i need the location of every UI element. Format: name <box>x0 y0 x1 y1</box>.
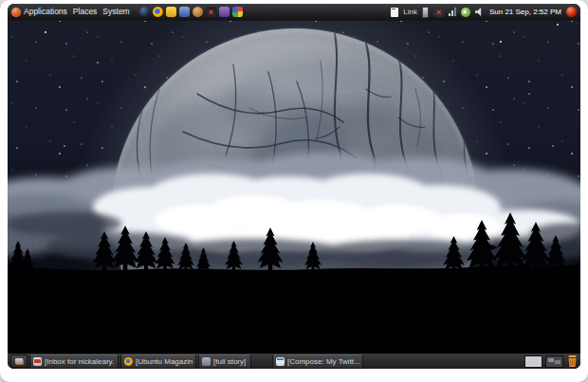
taskbar-window-story[interactable]: [full story] <box>198 355 251 369</box>
system-menu-label: System <box>102 4 129 20</box>
window-title: [full story] <box>213 357 246 366</box>
compose-message-icon <box>276 357 285 366</box>
firefox-icon <box>124 357 133 366</box>
volume-icon[interactable] <box>475 8 485 16</box>
show-desktop-button[interactable] <box>10 355 28 368</box>
screenshot: Applications Places System × Link <box>0 0 588 382</box>
places-menu-label: Places <box>73 4 98 20</box>
battery-icon[interactable] <box>422 7 429 18</box>
taskbar: [Inbox for nickaleary... [Ubuntu Magazin… <box>8 353 580 369</box>
applications-menu[interactable]: Applications <box>11 4 67 20</box>
window-title: [Inbox for nickaleary... <box>45 357 115 366</box>
taskbar-window-browser[interactable]: [Ubuntu Magazine/My... <box>120 355 196 369</box>
power-button-icon[interactable] <box>566 7 577 17</box>
signal-strength-icon[interactable] <box>449 8 456 16</box>
panel-launchers: × <box>139 7 243 17</box>
web-document-icon <box>202 357 211 366</box>
firefox-launcher-icon[interactable] <box>153 7 163 17</box>
desktop[interactable]: Applications Places System × Link <box>8 4 580 369</box>
clock[interactable]: Sun 21 Sep, 2:52 PM <box>489 8 561 16</box>
purple-media-icon[interactable] <box>219 7 230 17</box>
top-panel: Applications Places System × Link <box>8 4 580 21</box>
color-mosaic-icon[interactable] <box>232 7 243 17</box>
taskbar-right <box>524 355 578 368</box>
taskbar-window-inbox[interactable]: [Inbox for nickaleary... <box>29 355 119 369</box>
software-update-icon[interactable] <box>461 8 470 17</box>
taskbar-window-compose[interactable]: [Compose: My Twitt... <box>272 355 363 369</box>
ubuntu-logo-icon <box>11 8 21 17</box>
tray-label: Link <box>403 8 417 16</box>
trash-icon[interactable] <box>566 355 578 367</box>
network-error-icon[interactable]: × <box>433 7 444 17</box>
mail-client-icon <box>33 357 42 366</box>
red-close-icon[interactable]: × <box>206 7 216 17</box>
system-menu[interactable]: System <box>102 4 129 20</box>
show-desktop-icon <box>15 358 23 364</box>
orange-app-icon[interactable] <box>193 7 203 17</box>
window-title: [Ubuntu Magazine/My... <box>136 357 193 366</box>
workspace-1[interactable] <box>524 355 542 368</box>
applications-menu-label: Applications <box>24 4 67 20</box>
workspace-2[interactable] <box>545 355 563 368</box>
help-globe-icon[interactable] <box>139 7 150 17</box>
places-menu[interactable]: Places <box>73 4 98 20</box>
system-tray: Link × Sun 21 Sep, 2:52 PM <box>391 7 577 18</box>
window-title: [Compose: My Twitt... <box>287 357 359 366</box>
sticky-note-icon[interactable] <box>391 8 398 17</box>
blue-chat-icon[interactable] <box>179 7 190 17</box>
yellow-notes-icon[interactable] <box>166 7 176 17</box>
wallpaper-art <box>8 4 580 369</box>
